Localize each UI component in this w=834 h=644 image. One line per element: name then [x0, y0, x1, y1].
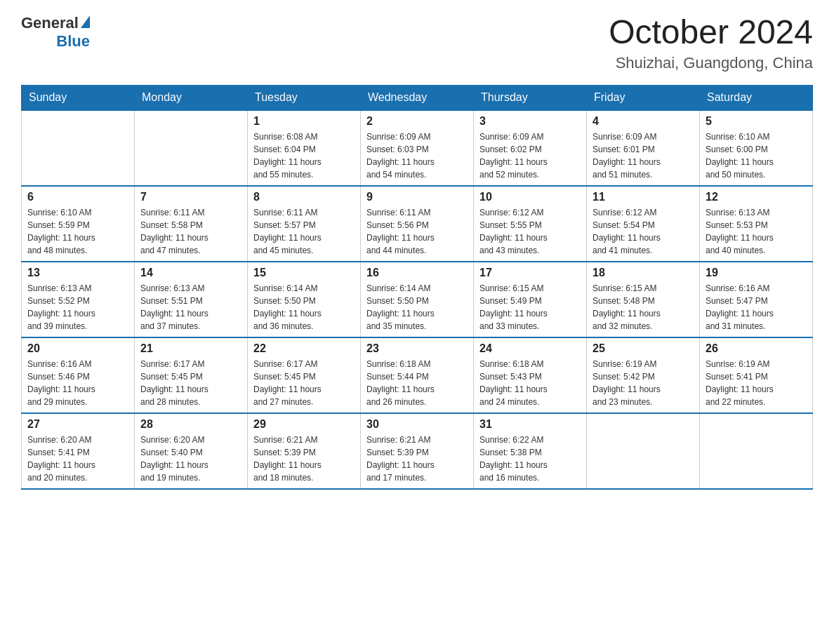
day-info: Sunrise: 6:21 AM Sunset: 5:39 PM Dayligh… — [253, 434, 355, 484]
calendar-cell: 25Sunrise: 6:19 AM Sunset: 5:42 PM Dayli… — [587, 337, 700, 413]
calendar-cell: 28Sunrise: 6:20 AM Sunset: 5:40 PM Dayli… — [135, 413, 248, 489]
day-number: 5 — [706, 115, 807, 128]
calendar-cell: 21Sunrise: 6:17 AM Sunset: 5:45 PM Dayli… — [135, 337, 248, 413]
day-number: 25 — [593, 342, 694, 355]
month-title: October 2024 — [609, 14, 813, 51]
weekday-header-tuesday: Tuesday — [248, 85, 361, 110]
day-number: 29 — [253, 418, 355, 431]
day-number: 2 — [366, 115, 468, 128]
weekday-header-monday: Monday — [135, 85, 248, 110]
day-number: 1 — [253, 115, 355, 128]
day-number: 26 — [706, 342, 807, 355]
day-info: Sunrise: 6:11 AM Sunset: 5:58 PM Dayligh… — [140, 206, 241, 257]
calendar-cell: 8Sunrise: 6:11 AM Sunset: 5:57 PM Daylig… — [248, 186, 361, 262]
calendar-week-row: 13Sunrise: 6:13 AM Sunset: 5:52 PM Dayli… — [22, 262, 813, 337]
day-info: Sunrise: 6:11 AM Sunset: 5:57 PM Dayligh… — [253, 206, 355, 257]
calendar-cell: 12Sunrise: 6:13 AM Sunset: 5:53 PM Dayli… — [700, 186, 813, 262]
day-number: 21 — [140, 342, 241, 355]
calendar-table: SundayMondayTuesdayWednesdayThursdayFrid… — [21, 85, 813, 490]
day-number: 28 — [140, 418, 241, 431]
calendar-cell: 15Sunrise: 6:14 AM Sunset: 5:50 PM Dayli… — [248, 262, 361, 337]
weekday-header-friday: Friday — [587, 85, 700, 110]
calendar-cell: 14Sunrise: 6:13 AM Sunset: 5:51 PM Dayli… — [135, 262, 248, 337]
day-info: Sunrise: 6:17 AM Sunset: 5:45 PM Dayligh… — [253, 358, 355, 408]
page-header: General Blue October 2024 Shuizhai, Guan… — [21, 14, 813, 72]
day-info: Sunrise: 6:16 AM Sunset: 5:46 PM Dayligh… — [27, 358, 128, 408]
day-number: 14 — [140, 267, 241, 279]
day-number: 30 — [366, 418, 468, 431]
calendar-week-row: 6Sunrise: 6:10 AM Sunset: 5:59 PM Daylig… — [22, 186, 813, 262]
day-info: Sunrise: 6:22 AM Sunset: 5:38 PM Dayligh… — [479, 434, 581, 484]
day-info: Sunrise: 6:13 AM Sunset: 5:51 PM Dayligh… — [140, 282, 241, 333]
day-info: Sunrise: 6:19 AM Sunset: 5:42 PM Dayligh… — [593, 358, 694, 408]
calendar-week-row: 27Sunrise: 6:20 AM Sunset: 5:41 PM Dayli… — [22, 413, 813, 489]
logo-triangle-icon — [81, 15, 90, 28]
day-info: Sunrise: 6:20 AM Sunset: 5:40 PM Dayligh… — [140, 434, 241, 484]
title-section: October 2024 Shuizhai, Guangdong, China — [609, 14, 813, 72]
day-number: 9 — [366, 191, 468, 203]
day-info: Sunrise: 6:20 AM Sunset: 5:41 PM Dayligh… — [27, 434, 128, 484]
calendar-cell: 31Sunrise: 6:22 AM Sunset: 5:38 PM Dayli… — [474, 413, 587, 489]
calendar-header: SundayMondayTuesdayWednesdayThursdayFrid… — [22, 85, 813, 110]
calendar-cell: 26Sunrise: 6:19 AM Sunset: 5:41 PM Dayli… — [700, 337, 813, 413]
day-number: 24 — [479, 342, 581, 355]
day-number: 18 — [593, 267, 694, 279]
day-number: 6 — [27, 191, 128, 203]
calendar-cell: 20Sunrise: 6:16 AM Sunset: 5:46 PM Dayli… — [22, 337, 135, 413]
calendar-cell: 27Sunrise: 6:20 AM Sunset: 5:41 PM Dayli… — [22, 413, 135, 489]
day-number: 22 — [253, 342, 355, 355]
day-number: 8 — [253, 191, 355, 203]
day-number: 16 — [366, 267, 468, 279]
day-info: Sunrise: 6:12 AM Sunset: 5:55 PM Dayligh… — [479, 206, 581, 257]
day-info: Sunrise: 6:10 AM Sunset: 5:59 PM Dayligh… — [27, 206, 128, 257]
day-info: Sunrise: 6:14 AM Sunset: 5:50 PM Dayligh… — [253, 282, 355, 333]
calendar-cell: 13Sunrise: 6:13 AM Sunset: 5:52 PM Dayli… — [22, 262, 135, 337]
day-info: Sunrise: 6:13 AM Sunset: 5:53 PM Dayligh… — [706, 206, 807, 257]
calendar-cell: 6Sunrise: 6:10 AM Sunset: 5:59 PM Daylig… — [22, 186, 135, 262]
calendar-cell: 17Sunrise: 6:15 AM Sunset: 5:49 PM Dayli… — [474, 262, 587, 337]
calendar-cell: 11Sunrise: 6:12 AM Sunset: 5:54 PM Dayli… — [587, 186, 700, 262]
day-info: Sunrise: 6:13 AM Sunset: 5:52 PM Dayligh… — [27, 282, 128, 333]
calendar-cell: 5Sunrise: 6:10 AM Sunset: 6:00 PM Daylig… — [700, 110, 813, 186]
day-number: 7 — [140, 191, 241, 203]
day-number: 12 — [706, 191, 807, 203]
day-number: 10 — [479, 191, 581, 203]
calendar-cell — [22, 110, 135, 186]
logo-blue-text: Blue — [56, 32, 90, 50]
day-info: Sunrise: 6:16 AM Sunset: 5:47 PM Dayligh… — [706, 282, 807, 333]
day-number: 4 — [593, 115, 694, 128]
day-info: Sunrise: 6:18 AM Sunset: 5:43 PM Dayligh… — [479, 358, 581, 408]
logo-general-text: General — [21, 14, 79, 32]
calendar-week-row: 1Sunrise: 6:08 AM Sunset: 6:04 PM Daylig… — [22, 110, 813, 186]
day-info: Sunrise: 6:17 AM Sunset: 5:45 PM Dayligh… — [140, 358, 241, 408]
calendar-cell: 1Sunrise: 6:08 AM Sunset: 6:04 PM Daylig… — [248, 110, 361, 186]
calendar-cell: 4Sunrise: 6:09 AM Sunset: 6:01 PM Daylig… — [587, 110, 700, 186]
weekday-header-row: SundayMondayTuesdayWednesdayThursdayFrid… — [22, 85, 813, 110]
calendar-cell — [587, 413, 700, 489]
calendar-cell: 10Sunrise: 6:12 AM Sunset: 5:55 PM Dayli… — [474, 186, 587, 262]
calendar-cell: 19Sunrise: 6:16 AM Sunset: 5:47 PM Dayli… — [700, 262, 813, 337]
day-number: 23 — [366, 342, 468, 355]
calendar-body: 1Sunrise: 6:08 AM Sunset: 6:04 PM Daylig… — [22, 110, 813, 489]
calendar-cell: 24Sunrise: 6:18 AM Sunset: 5:43 PM Dayli… — [474, 337, 587, 413]
day-number: 15 — [253, 267, 355, 279]
day-info: Sunrise: 6:15 AM Sunset: 5:48 PM Dayligh… — [593, 282, 694, 333]
day-info: Sunrise: 6:14 AM Sunset: 5:50 PM Dayligh… — [366, 282, 468, 333]
calendar-week-row: 20Sunrise: 6:16 AM Sunset: 5:46 PM Dayli… — [22, 337, 813, 413]
day-info: Sunrise: 6:09 AM Sunset: 6:02 PM Dayligh… — [479, 130, 581, 181]
day-number: 3 — [479, 115, 581, 128]
day-info: Sunrise: 6:11 AM Sunset: 5:56 PM Dayligh… — [366, 206, 468, 257]
day-info: Sunrise: 6:10 AM Sunset: 6:00 PM Dayligh… — [706, 130, 807, 181]
day-number: 27 — [27, 418, 128, 431]
day-info: Sunrise: 6:09 AM Sunset: 6:01 PM Dayligh… — [593, 130, 694, 181]
location: Shuizhai, Guangdong, China — [609, 54, 813, 72]
day-number: 11 — [593, 191, 694, 203]
day-info: Sunrise: 6:08 AM Sunset: 6:04 PM Dayligh… — [253, 130, 355, 181]
day-info: Sunrise: 6:21 AM Sunset: 5:39 PM Dayligh… — [366, 434, 468, 484]
calendar-cell: 3Sunrise: 6:09 AM Sunset: 6:02 PM Daylig… — [474, 110, 587, 186]
day-number: 19 — [706, 267, 807, 279]
day-info: Sunrise: 6:12 AM Sunset: 5:54 PM Dayligh… — [593, 206, 694, 257]
day-number: 31 — [479, 418, 581, 431]
day-number: 17 — [479, 267, 581, 279]
calendar-cell — [700, 413, 813, 489]
